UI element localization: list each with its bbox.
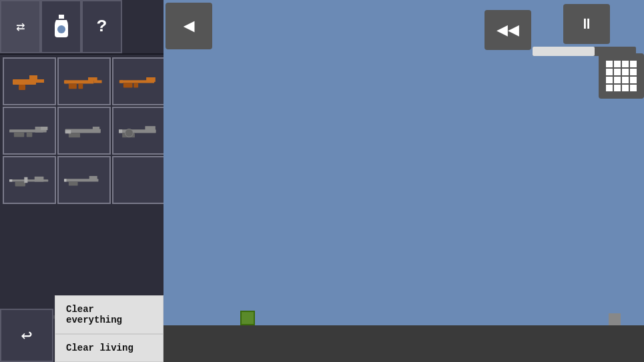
weapon-sniper-icon: [9, 170, 49, 190]
exit-button[interactable]: ↩: [0, 309, 53, 362]
svg-rect-0: [59, 15, 64, 19]
weapon-slot-9[interactable]: [112, 156, 166, 204]
grid-toggle-button[interactable]: [599, 53, 644, 99]
weapon-smg-icon: [64, 71, 104, 91]
progress-bar: [533, 47, 595, 56]
svg-rect-15: [119, 80, 123, 83]
svg-rect-11: [64, 80, 66, 83]
svg-rect-34: [24, 177, 27, 183]
svg-rect-21: [41, 127, 47, 130]
clear-everything-button[interactable]: Clear everything: [55, 295, 164, 334]
weapon-assault-icon: [9, 121, 49, 141]
svg-rect-23: [93, 127, 99, 130]
exit-icon: ↩: [21, 324, 33, 347]
weapon-lmg-icon: [119, 121, 159, 141]
svg-rect-9: [69, 83, 77, 89]
weapon-slot-5[interactable]: [57, 107, 111, 155]
bottle-button[interactable]: [41, 0, 81, 53]
weapon-pistol-icon: [9, 71, 49, 91]
svg-rect-5: [19, 85, 25, 90]
svg-point-1: [57, 25, 65, 33]
svg-rect-33: [15, 182, 25, 187]
swap-button[interactable]: ⇄: [0, 0, 41, 53]
svg-rect-25: [65, 130, 71, 133]
clear-living-button[interactable]: Clear living: [55, 334, 164, 362]
context-menu: Clear everything Clear living: [55, 295, 164, 362]
svg-rect-24: [69, 133, 80, 137]
svg-rect-13: [146, 77, 155, 82]
svg-rect-27: [145, 126, 155, 131]
svg-rect-14: [123, 83, 133, 88]
swap-icon: ⇄: [16, 18, 25, 36]
svg-rect-4: [36, 79, 44, 83]
pause-button[interactable]: ⏸: [563, 4, 610, 44]
pause-icon: ⏸: [579, 15, 594, 33]
ground: [164, 325, 644, 362]
green-object: [240, 311, 255, 325]
grid-icon: [606, 61, 637, 91]
back-icon: ◄: [180, 15, 198, 37]
svg-rect-35: [9, 179, 12, 181]
svg-rect-8: [94, 80, 102, 83]
svg-rect-16: [133, 83, 138, 88]
back-button[interactable]: ◄: [166, 3, 212, 49]
svg-rect-30: [119, 129, 122, 133]
svg-rect-38: [69, 182, 78, 186]
weapon-slot-7[interactable]: [3, 156, 56, 204]
weapon-slot-2[interactable]: [57, 57, 111, 105]
weapon-rifle-icon: [119, 71, 159, 91]
rewind-button[interactable]: ◀◀: [485, 10, 531, 50]
help-button[interactable]: ?: [81, 0, 122, 53]
toolbar: ⇄ ?: [0, 0, 164, 55]
svg-rect-32: [35, 177, 44, 182]
svg-rect-10: [78, 83, 83, 89]
svg-rect-19: [14, 133, 24, 137]
right-object: [609, 313, 621, 325]
help-icon: ?: [97, 17, 107, 37]
weapon-slot-8[interactable]: [57, 156, 111, 204]
rewind-icon: ◀◀: [497, 21, 519, 39]
svg-rect-39: [64, 179, 66, 181]
weapon-shotgun-icon: [64, 121, 104, 141]
svg-point-29: [125, 129, 133, 137]
weapon-slot-6[interactable]: [112, 107, 166, 155]
weapon-slot-4[interactable]: [3, 107, 56, 155]
svg-rect-37: [89, 176, 97, 181]
svg-rect-20: [27, 133, 33, 137]
weapon-slot-1[interactable]: [3, 57, 56, 105]
weapon-slot-3[interactable]: [112, 57, 166, 105]
playback-controls: ◀◀ ⏸: [480, 0, 644, 60]
top-right-controls: ◀◀ ⏸: [480, 0, 644, 60]
weapon-carbine-icon: [64, 170, 104, 190]
bottle-icon: [52, 15, 71, 39]
